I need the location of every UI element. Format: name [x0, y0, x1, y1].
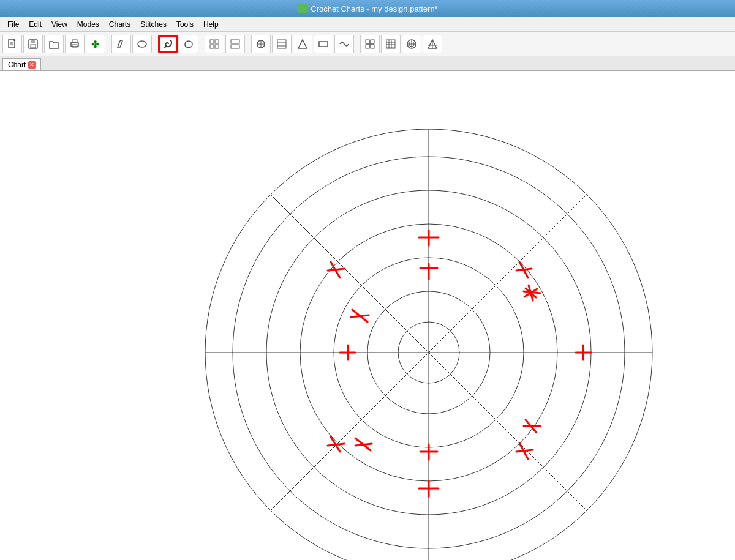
svg-rect-5	[31, 45, 36, 48]
rect-tool-button[interactable]	[314, 35, 333, 53]
menu-bar: File Edit View Modes Charts Stitches Too…	[0, 17, 735, 32]
svg-marker-24	[298, 40, 307, 48]
svg-point-10	[138, 41, 146, 47]
hook-tool-button[interactable]	[158, 35, 178, 53]
menu-stitches[interactable]: Stitches	[135, 19, 172, 30]
svg-line-11	[165, 46, 166, 48]
svg-rect-26	[366, 40, 369, 43]
circle-grid-button[interactable]	[402, 35, 421, 53]
main-canvas	[0, 71, 735, 560]
open-button[interactable]	[44, 35, 64, 53]
center-tool-button[interactable]	[251, 35, 271, 53]
crochet-svg	[0, 71, 735, 560]
menu-modes[interactable]: Modes	[72, 19, 104, 30]
tab-label: Chart	[8, 61, 26, 69]
triangle-tool-button[interactable]	[293, 35, 312, 53]
menu-file[interactable]: File	[2, 19, 24, 30]
svg-rect-4	[31, 40, 35, 43]
chart-tab[interactable]: Chart ✕	[2, 58, 41, 70]
window-title: Crochet Charts - my design.pattern*	[311, 4, 437, 13]
menu-edit[interactable]: Edit	[24, 19, 47, 30]
svg-rect-21	[277, 40, 286, 48]
stitch-view2-button[interactable]	[225, 35, 245, 53]
svg-rect-28	[366, 45, 369, 48]
menu-view[interactable]: View	[47, 19, 72, 30]
curve-tool-button[interactable]	[334, 35, 354, 53]
tri-grid-button[interactable]	[423, 35, 442, 53]
svg-rect-14	[210, 45, 214, 48]
select-tool-button[interactable]	[132, 35, 152, 53]
tab-bar: Chart ✕	[0, 56, 735, 71]
svg-text:✤: ✤	[91, 39, 99, 50]
menu-help[interactable]: Help	[198, 19, 224, 30]
svg-rect-25	[319, 42, 328, 47]
svg-rect-12	[210, 40, 214, 43]
svg-rect-27	[371, 40, 374, 43]
menu-tools[interactable]: Tools	[172, 19, 198, 30]
stitch-add-button[interactable]: ✤	[86, 35, 105, 53]
menu-charts[interactable]: Charts	[104, 19, 135, 30]
pen-tool-button[interactable]	[111, 35, 131, 53]
stitch-view1-button[interactable]	[205, 35, 224, 53]
save-button[interactable]	[23, 35, 43, 53]
svg-rect-17	[231, 45, 239, 48]
svg-rect-29	[371, 45, 374, 48]
lasso-tool-button[interactable]	[179, 35, 198, 53]
svg-rect-13	[215, 40, 219, 43]
app-icon	[297, 4, 307, 13]
new-button[interactable]	[2, 35, 22, 53]
svg-rect-16	[231, 40, 239, 43]
tab-close-button[interactable]: ✕	[28, 61, 36, 69]
title-bar: Crochet Charts - my design.pattern*	[0, 0, 735, 17]
print-button[interactable]	[65, 35, 85, 53]
svg-rect-15	[215, 45, 219, 48]
grid-lines-button[interactable]	[381, 35, 401, 53]
grid-h-button[interactable]	[272, 35, 292, 53]
grid-cross-button[interactable]	[360, 35, 380, 53]
toolbar: ✤	[0, 32, 735, 56]
